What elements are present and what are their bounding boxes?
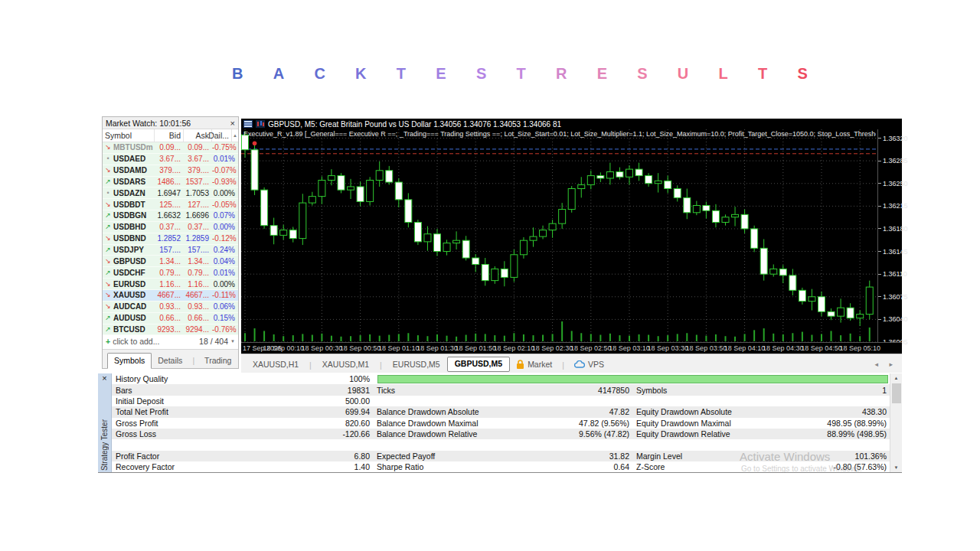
tester-scroll-up-icon[interactable]: ▲ (894, 373, 899, 383)
market-watch-row-USDARS[interactable]: ↗USDARS1486...1537...-0.93% (103, 177, 238, 188)
stat-label: Gross Profit (112, 419, 242, 428)
stat-label: Equity Drawdown Relative (632, 429, 763, 439)
add-symbol-icon[interactable]: + (106, 337, 110, 346)
market-watch-rows: ↘MBTUSDm0.09...0.09...-0.75%•USDAED3.67.… (103, 142, 238, 335)
up-trend-icon: ↗ (103, 315, 113, 321)
column-bid[interactable]: Bid (155, 129, 184, 142)
scroll-down-icon[interactable]: ▼ (230, 339, 235, 344)
market-watch-row-USDAMD[interactable]: ↘USDAMD379....379....-0.07% (103, 165, 238, 177)
scroll-up-icon[interactable]: ▲ (232, 129, 238, 142)
market-watch-row-XAUUSD[interactable]: ↘XAUUSD4667...4667...-0.11% (103, 290, 238, 302)
history-quality-bar-wrap (373, 374, 890, 384)
title-letter-5: E (436, 65, 446, 83)
stat-label: Bars (112, 386, 242, 395)
strategy-tester-close-icon[interactable]: × (102, 373, 106, 383)
strategy-tester-strip[interactable]: × Strategy Tester (98, 373, 112, 472)
market-watch-row-USDBGN[interactable]: ↗USDBGN1.66321.66960.07% (103, 210, 238, 222)
market-watch-tab-trading[interactable]: Trading (198, 354, 237, 368)
activate-windows-watermark: Activate Windows (740, 450, 830, 463)
time-label: 18 Sep 05:10 (839, 344, 880, 352)
market-watch-titlebar: Market Watch: 10:01:56 × (103, 117, 238, 129)
market-watch-header: Symbol Bid Ask Dail... ▲ (103, 129, 238, 142)
stat-label: Equity Drawdown Absolute (632, 407, 763, 416)
symbol-name: USDBDT (113, 201, 155, 209)
market-watch-row-USDCHF[interactable]: ↗USDCHF0.79...0.79...0.01% (103, 267, 238, 279)
title-letter-3: K (355, 65, 366, 83)
daily-change: -0.76% (212, 325, 238, 334)
market-watch-row-USDBDT[interactable]: ↘USDBDT125....127....-0.05% (103, 199, 238, 210)
chart-tab-eurusd-m5[interactable]: EURUSD,M5 (386, 357, 447, 373)
price-text: 1.36250 (883, 180, 908, 187)
market-watch-row-USDAED[interactable]: •USDAED3.67...3.67...0.01% (103, 154, 238, 165)
title-letter-2: C (314, 65, 325, 83)
chart-tab-xauusd-h1[interactable]: XAUUSD,H1 (246, 357, 305, 373)
price-label: 1.36250 (878, 180, 908, 187)
market-watch-row-USDJPY[interactable]: ↗USDJPY157....157....0.24% (103, 245, 238, 256)
market-tab-label: Market (528, 360, 552, 369)
chart-plot-area[interactable]: Executive_R_v1.89 [_General=== Executive… (241, 129, 902, 342)
tester-scrollbar[interactable]: ▲ ▼ (890, 373, 902, 472)
column-symbol[interactable]: Symbol (103, 129, 155, 142)
stat-value: 19831 (242, 386, 373, 395)
title-letter-7: T (516, 65, 525, 83)
down-trend-icon: ↘ (103, 281, 113, 288)
title-letter-1: A (273, 65, 284, 83)
click-to-add[interactable]: click to add... (113, 337, 159, 346)
stat-label: Balance Drawdown Maximal (373, 419, 501, 428)
tab-vps[interactable]: VPS (568, 357, 610, 373)
time-label: 18 Sep 01:50 (455, 344, 496, 352)
title-letter-12: L (719, 65, 728, 83)
daily-change: 0.00% (212, 189, 238, 197)
bid-value: 1.2852 (155, 234, 184, 243)
vps-icon (574, 360, 585, 369)
tab-market[interactable]: Market (510, 357, 558, 373)
tester-scroll-down-icon[interactable]: ▼ (894, 463, 899, 472)
chart-tab-xauusd-m1[interactable]: XAUUSD,M1 (315, 357, 376, 373)
market-watch-tabs: SymbolsDetails|Trading|Ticks (103, 349, 238, 368)
column-daily[interactable]: Dail... (212, 129, 232, 142)
price-tick (878, 251, 881, 252)
stat-value: 500.00 (242, 396, 373, 406)
market-watch-row-BTCUSD[interactable]: ↗BTCUSD9293...9294...-0.76% (103, 324, 238, 336)
title-letter-6: S (476, 65, 486, 83)
ask-value: 157.... (184, 246, 212, 254)
market-watch-tab-details[interactable]: Details (152, 354, 188, 368)
bid-value: 0.93... (155, 302, 184, 311)
market-watch-tab-symbols[interactable]: Symbols (107, 353, 152, 369)
time-label: 18 Sep 00:50 (340, 344, 381, 352)
market-watch-row-AUDUSD[interactable]: ↗AUDUSD0.66...0.66...0.15% (103, 313, 238, 324)
stat-value: 100% (242, 374, 373, 383)
tab-separator: | (305, 360, 315, 373)
ask-value: 1.6696 (184, 211, 212, 220)
time-label: 18 Sep 02:50 (570, 344, 612, 352)
tester-row-total-net-profit: Total Net Profit699.94Balance Drawdown A… (112, 406, 890, 417)
market-watch-row-GBPUSD[interactable]: ↘GBPUSD1.34...1.34...0.04% (103, 256, 238, 267)
bid-value: 3.67... (155, 155, 184, 163)
price-text: 1.36075 (883, 293, 908, 301)
chart-tab-gbpusd-m5[interactable]: GBPUSD,M5 (447, 357, 510, 372)
market-watch-row-USDBND[interactable]: ↘USDBND1.28521.2859-0.12% (103, 233, 238, 245)
chart-title: GBPUSD, M5: Great Britain Pound vs US Do… (268, 120, 561, 129)
up-trend-icon: ↗ (103, 246, 113, 253)
price-tick (878, 296, 881, 297)
down-trend-icon: ↘ (103, 167, 113, 174)
ask-value: 4667... (184, 291, 212, 299)
chart-tab-nav-arrows[interactable]: ◂ ▸ (874, 360, 897, 368)
time-axis[interactable]: 17 Sep 202518 Sep 00:1018 Sep 00:3018 Se… (241, 342, 902, 354)
daily-change: 0.00% (212, 280, 238, 289)
title-letter-11: U (678, 65, 688, 83)
tester-results-table: Activate Windows Go to Settings to activ… (112, 373, 890, 472)
ask-value: 0.79... (184, 269, 212, 277)
market-watch-close-icon[interactable]: × (230, 119, 235, 127)
down-trend-icon: ↘ (103, 235, 113, 242)
market-watch-row-MBTUSDm[interactable]: ↘MBTUSDm0.09...0.09...-0.75% (103, 142, 238, 154)
market-watch-row-AUDCAD[interactable]: ↘AUDCAD0.93...0.93...0.06% (103, 302, 238, 313)
tester-scroll-thumb[interactable] (892, 383, 901, 403)
market-watch-row-USDBHD[interactable]: ↗USDBHD0.37...0.37...0.00% (103, 222, 238, 233)
stat-label: History Quality (112, 374, 242, 383)
market-watch-row-USDAZN[interactable]: •USDAZN1.69471.70530.00% (103, 187, 238, 199)
market-watch-row-EURUSD[interactable]: ↘EURUSD1.16...1.16...0.00% (103, 279, 238, 290)
tester-row-initial-deposit: Initial Deposit500.00 (112, 396, 890, 406)
time-label: 18 Sep 03:30 (647, 344, 688, 352)
price-scale[interactable]: 1.363201.362851.362501.362151.361801.361… (877, 129, 902, 342)
